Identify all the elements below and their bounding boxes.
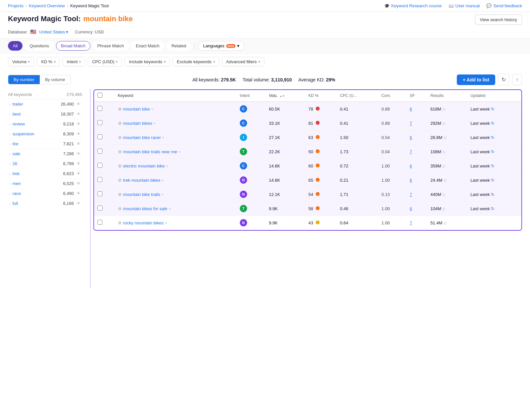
sidebar-item[interactable]: › best 18,307 👁 <box>8 109 82 119</box>
keyword-link[interactable]: ⊕ mountain bikes for sale » <box>118 206 233 211</box>
tab-phrase-match[interactable]: Phrase Match <box>92 41 129 51</box>
cpc-filter[interactable]: CPC (USD) ▾ <box>88 57 122 67</box>
sidebar-item-label: best <box>13 112 21 117</box>
refresh-row-icon[interactable]: ↻ <box>491 192 495 197</box>
sidebar-item-label: 26 <box>13 161 17 166</box>
languages-button[interactable]: Languages beta ▾ <box>198 41 244 51</box>
refresh-row-icon[interactable]: ↻ <box>491 135 495 140</box>
eye-icon[interactable]: 👁 <box>77 102 81 107</box>
refresh-row-icon[interactable]: ↻ <box>491 206 495 211</box>
row-checkbox[interactable] <box>97 163 102 168</box>
updated-cell: Last week ↻ <box>467 102 521 116</box>
add-to-list-button[interactable]: + Add to list <box>457 74 495 85</box>
exclude-keywords-filter[interactable]: Exclude keywords ▾ <box>173 57 219 67</box>
volume-header[interactable]: Volu. ▲▼ <box>266 90 305 102</box>
sf-value[interactable]: 7 <box>410 150 412 154</box>
eye-icon[interactable]: 👁 <box>77 171 81 176</box>
view-history-button[interactable]: View search history <box>475 15 522 25</box>
keyword-link[interactable]: ⊕ rocky mountain bikes » <box>118 220 233 225</box>
sf-value[interactable]: 6 <box>410 207 412 211</box>
sf-value[interactable]: 7 <box>410 192 412 197</box>
user-manual-link[interactable]: 📖 User manual <box>449 3 480 8</box>
com-cell: 0.89 <box>378 102 407 116</box>
add-keyword-icon: ⊕ <box>118 206 122 211</box>
chevron-right-icon: › <box>9 112 11 116</box>
com-value: 1.00 <box>382 206 390 211</box>
by-volume-button[interactable]: By volume <box>40 75 71 84</box>
tab-questions[interactable]: Questions <box>25 41 54 51</box>
sidebar-item[interactable]: › 26 6,799 👁 <box>8 159 82 169</box>
keyword-link[interactable]: ⊕ trek mountain bikes » <box>118 177 233 183</box>
sidebar-item[interactable]: › trek 6,623 👁 <box>8 169 82 179</box>
results-value: 618M <box>430 107 441 112</box>
tab-broad-match[interactable]: Broad Match <box>56 41 90 51</box>
row-checkbox[interactable] <box>97 134 102 139</box>
eye-icon[interactable]: 👁 <box>77 191 81 196</box>
tab-exact-match[interactable]: Exact Match <box>131 41 165 51</box>
sidebar-item[interactable]: › men 6,525 👁 <box>8 179 82 189</box>
sf-value[interactable]: 7 <box>410 221 412 225</box>
intent-cell: C <box>237 102 266 116</box>
keyword-link[interactable]: ⊕ mountain bikes » <box>118 120 233 126</box>
row-checkbox[interactable] <box>97 149 102 154</box>
refresh-button[interactable]: ↻ <box>498 74 509 85</box>
row-checkbox[interactable] <box>97 191 102 196</box>
sidebar-item[interactable]: › sale 7,286 👁 <box>8 149 82 159</box>
advanced-filters-button[interactable]: Advanced filters ▾ <box>222 57 265 67</box>
eye-icon[interactable]: 👁 <box>77 141 81 146</box>
sidebar-item[interactable]: › full 6,166 👁 <box>8 199 82 209</box>
row-checkbox[interactable] <box>97 220 102 225</box>
keyword-link[interactable]: ⊕ mountain bike trails » <box>118 192 233 197</box>
select-all-checkbox[interactable] <box>97 93 102 98</box>
keyword-header[interactable]: Keyword <box>115 90 237 102</box>
keyword-link[interactable]: ⊕ electric mountain bike » <box>118 163 233 168</box>
breadcrumb-projects[interactable]: Projects <box>8 3 24 8</box>
keyword-link[interactable]: ⊕ mountain bike trails near me » <box>118 149 233 154</box>
kd-filter[interactable]: KD % ▾ <box>37 57 60 67</box>
sf-value[interactable]: 6 <box>410 164 412 168</box>
results-cell: 359M ⊡ <box>427 159 467 173</box>
eye-icon[interactable]: 👁 <box>77 151 81 156</box>
sf-value[interactable]: 6 <box>410 107 412 112</box>
export-button[interactable]: ↑ <box>512 74 522 85</box>
database-country[interactable]: United States ▾ <box>39 29 68 34</box>
row-checkbox[interactable] <box>97 106 102 111</box>
add-keyword-icon: ⊕ <box>118 192 122 197</box>
breadcrumb-keyword-overview[interactable]: Keyword Overview <box>29 3 65 8</box>
eye-icon[interactable]: 👁 <box>77 112 81 117</box>
keyword-research-course-link[interactable]: 🎓 Keyword Research course <box>384 3 442 8</box>
sidebar-item[interactable]: › review 9,218 👁 <box>8 119 82 129</box>
sf-value[interactable]: 7 <box>410 121 412 126</box>
eye-icon[interactable]: 👁 <box>77 161 81 166</box>
eye-icon[interactable]: 👁 <box>77 131 81 136</box>
refresh-row-icon[interactable]: ↻ <box>491 107 495 112</box>
refresh-row-icon[interactable]: ↻ <box>491 178 495 183</box>
eye-icon[interactable]: 👁 <box>77 121 81 126</box>
sidebar-item[interactable]: › tire 7,821 👁 <box>8 139 82 149</box>
sidebar-item[interactable]: › race 6,490 👁 <box>8 189 82 199</box>
volume-filter[interactable]: Volume ▾ <box>8 57 34 67</box>
keyword-link[interactable]: ⊕ mountain bike » <box>118 106 233 112</box>
keyword-link[interactable]: ⊕ mountain bike racer » <box>118 135 233 140</box>
refresh-row-icon[interactable]: ↻ <box>491 149 495 154</box>
eye-icon[interactable]: 👁 <box>77 181 81 186</box>
sf-value[interactable]: 6 <box>410 178 412 183</box>
sf-value[interactable]: 6 <box>410 135 412 140</box>
row-checkbox[interactable] <box>97 206 102 210</box>
refresh-row-icon[interactable]: ↻ <box>491 163 495 168</box>
row-checkbox[interactable] <box>97 120 102 125</box>
sidebar-item[interactable]: › trailer 26,490 👁 <box>8 99 82 109</box>
sidebar-item-count: 18,307 <box>61 112 74 117</box>
send-feedback-link[interactable]: 💬 Send feedback <box>486 3 522 8</box>
tab-all[interactable]: All <box>8 41 23 51</box>
include-keywords-filter[interactable]: Include keywords ▾ <box>125 57 170 67</box>
refresh-row-icon[interactable]: ↻ <box>491 121 495 126</box>
eye-icon[interactable]: 👁 <box>77 201 81 206</box>
row-checkbox[interactable] <box>97 177 102 182</box>
intent-filter[interactable]: Intent ▾ <box>63 57 85 67</box>
sidebar-item[interactable]: › suspension 8,309 👁 <box>8 129 82 139</box>
updated-value: Last week <box>470 178 490 183</box>
by-number-button[interactable]: By number <box>8 75 40 84</box>
results-cell: 24.4M ⊡ <box>427 173 467 187</box>
tab-related[interactable]: Related <box>166 41 191 51</box>
